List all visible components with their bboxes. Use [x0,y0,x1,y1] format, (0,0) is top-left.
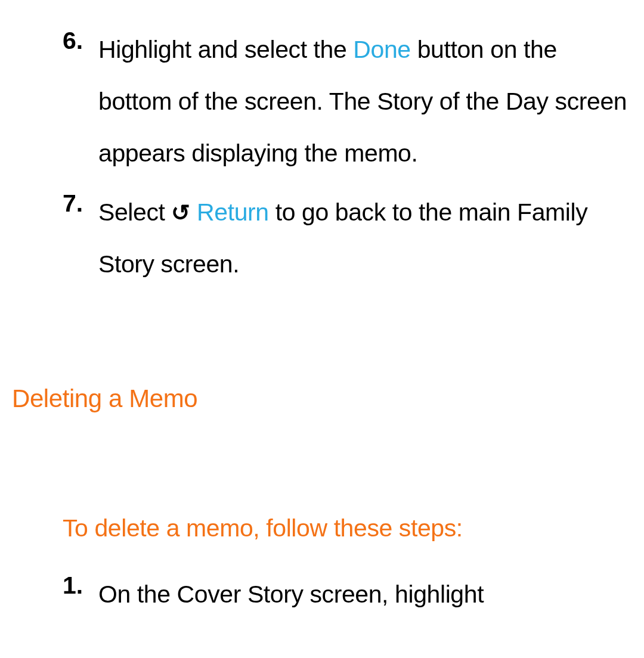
step-text: Select ↺ Return to go back to the main F… [98,187,632,290]
step-item-7: 7. Select ↺ Return to go back to the mai… [63,187,632,290]
step-text: On the Cover Story screen, highlight [98,569,484,620]
step-text: Highlight and select the Done button on … [98,24,632,179]
step-number: 6. [63,24,98,179]
sub-heading-delete-steps: To delete a memo, follow these steps: [63,514,632,542]
step-number: 7. [63,187,98,290]
step-item-6: 6. Highlight and select the Done button … [63,24,632,179]
return-icon: ↺ [171,201,190,224]
section-heading-deleting-memo: Deleting a Memo [12,384,632,413]
step-list-lower: 1. On the Cover Story screen, highlight [63,569,632,620]
step-list-upper: 6. Highlight and select the Done button … [63,24,632,290]
return-label: Return [197,198,269,226]
done-label: Done [353,36,410,63]
step-number: 1. [63,569,98,620]
step-item-1: 1. On the Cover Story screen, highlight [63,569,632,620]
